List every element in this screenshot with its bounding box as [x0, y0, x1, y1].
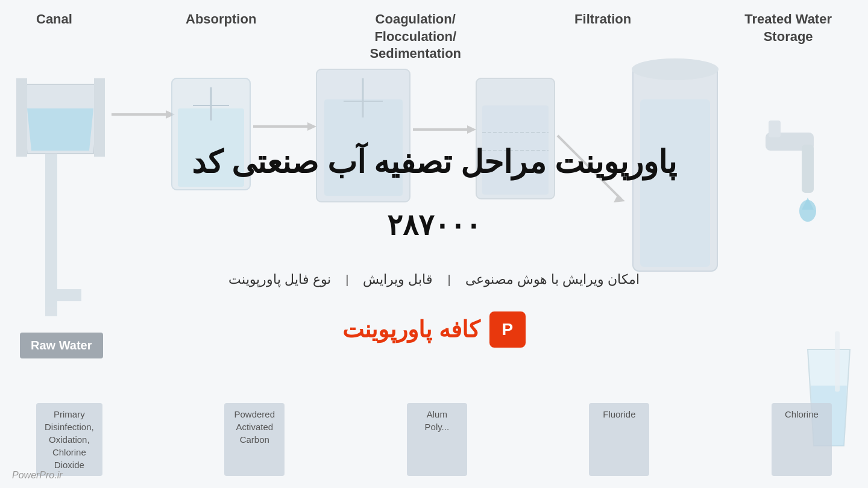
bottom-label-primary: PrimaryDisinfection,Oxidation,ChlorineDi…	[36, 403, 102, 476]
alum-label-text: AlumPoly...	[425, 409, 450, 432]
brand-name: کافه پاورپوینت	[342, 316, 480, 343]
brand-logo-letter: P	[502, 320, 513, 339]
watermark: PowerPro.ir	[12, 470, 63, 481]
bottom-label-chlorine: Chlorine	[772, 403, 832, 476]
meta-file-type: نوع فایل پاورپوینت	[228, 272, 331, 287]
main-title: پاورپوینت مراحل تصفیه آب صنعتی کد	[192, 140, 676, 184]
bottom-labels-row: PrimaryDisinfection,Oxidation,ChlorineDi…	[0, 403, 868, 476]
separator-1: |	[345, 273, 348, 287]
brand-logo-icon: P	[489, 311, 526, 348]
separator-2: |	[447, 273, 450, 287]
bottom-label-alum: AlumPoly...	[407, 403, 467, 476]
brand-row: P کافه پاورپوینت	[342, 311, 526, 348]
meta-row: نوع فایل پاورپوینت | قابل ویرایش | امکان…	[228, 272, 640, 287]
raw-water-label: Raw Water	[20, 333, 103, 358]
primary-label-text: PrimaryDisinfection,Oxidation,ChlorineDi…	[45, 409, 94, 470]
powdered-label-text: PowderedActivatedCarbon	[234, 409, 275, 445]
meta-ai-edit: امکان ویرایش با هوش مصنوعی	[465, 272, 640, 287]
meta-editable: قابل ویرایش	[363, 272, 433, 287]
product-code: ۲۸۷۰۰۰	[387, 208, 481, 242]
bottom-label-fluoride: Fluoride	[589, 403, 649, 476]
bottom-label-powdered: PowderedActivatedCarbon	[224, 403, 285, 476]
